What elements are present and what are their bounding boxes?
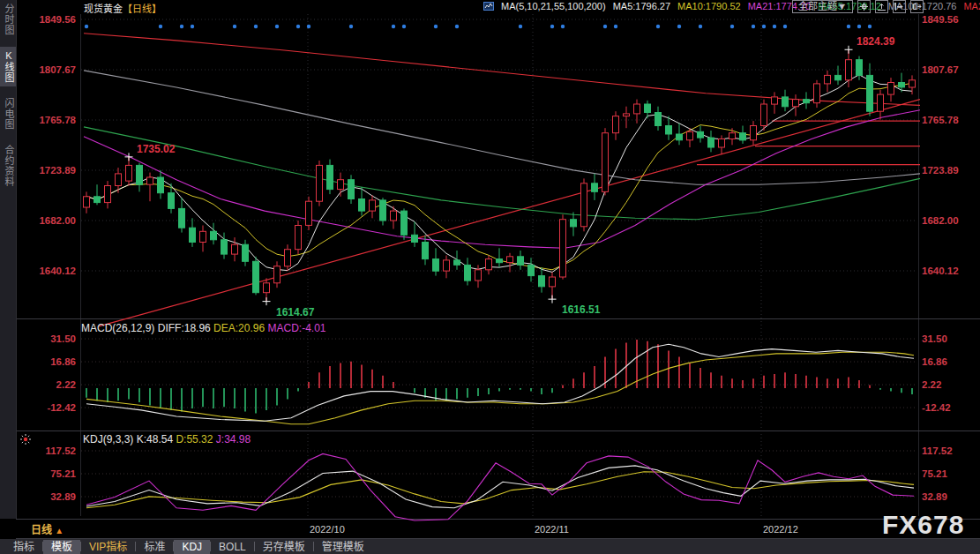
period-tag: 【日线】	[123, 4, 161, 14]
header-bar: 现货黄金【日线】 MA(5,10,21,55,100,200) MA5:1796…	[16, 0, 980, 14]
sidebar-item-chart-type[interactable]: 分时图	[0, 0, 16, 39]
axis-tick-label: 1723.89	[18, 165, 76, 176]
axis-tick-label: 1723.89	[922, 165, 980, 176]
kdj-d-value: D:55.32	[176, 433, 213, 445]
sidebar-item-chart-type[interactable]: 闪电图	[0, 94, 16, 133]
tab-模板[interactable]: 模板	[43, 540, 80, 554]
chart-type-sidebar: 分时图K线图闪电图合约资料	[0, 0, 17, 519]
axis-tick-label: 2.22	[922, 379, 980, 390]
ma-value-label: MA10:1790.52	[677, 1, 741, 11]
x-axis-label: 2022/11	[535, 524, 569, 535]
svg-text:1616.51: 1616.51	[562, 303, 601, 316]
instrument-title-group: 现货黄金【日线】	[84, 1, 161, 15]
page-title: 现货黄金	[84, 4, 123, 14]
trading-app-window: 1735.021824.391614.671616.51 分时图K线图闪电图合约…	[0, 0, 980, 554]
axis-tick-label: 1807.67	[922, 64, 980, 75]
panel-popout-icon[interactable]	[910, 0, 924, 13]
x-axis-label: 2022/12	[763, 524, 798, 535]
ma-value-label: MA200	[963, 1, 980, 11]
axis-tick-label: 1640.12	[18, 266, 76, 276]
axis-tick-label: 1807.67	[18, 64, 76, 75]
time-axis-bar: 日线 ▲	[0, 519, 980, 538]
kdj-legend: KDJ(9,3,3) K:48.54 D:55.32 J:34.98	[83, 433, 251, 445]
macd-dea-value: DEA:20.96	[213, 322, 265, 334]
axis-tick-label: 117.52	[18, 445, 76, 456]
axis-tick-label: 32.89	[922, 491, 980, 502]
kdj-j-value: J:34.98	[216, 433, 251, 445]
macd-value: MACD:-4.01	[267, 322, 325, 334]
svg-text:1824.39: 1824.39	[857, 35, 895, 48]
tab-另存模板[interactable]: 另存模板	[255, 540, 313, 554]
tab-指标[interactable]: 指标	[5, 540, 42, 554]
svg-text:1614.67: 1614.67	[276, 306, 315, 318]
svg-text:1735.02: 1735.02	[137, 143, 176, 155]
tab-BOLL[interactable]: BOLL	[211, 540, 254, 554]
period-arrow-icon: ▲	[55, 526, 64, 535]
period-selector[interactable]: 日线 ▲	[31, 521, 64, 536]
axis-tick-label: 1765.78	[18, 115, 76, 125]
axis-tick-label: 1682.00	[18, 215, 76, 226]
panel-expand-right-icon[interactable]	[893, 0, 906, 13]
axis-tick-label: 31.50	[922, 333, 980, 344]
kdj-label: KDJ(9,3,3)	[83, 433, 133, 445]
tab-管理模板[interactable]: 管理模板	[314, 540, 372, 554]
axis-tick-label: 1765.78	[922, 115, 980, 125]
macd-diff-value: DIFF:18.96	[158, 322, 211, 334]
theme-dropdown-button[interactable]: 全部主题▼	[792, 0, 853, 13]
axis-tick-label: 16.86	[18, 356, 76, 367]
axis-tick-label: 1682.00	[922, 215, 980, 226]
axis-tick-label: 16.86	[922, 356, 980, 367]
tab-KDJ[interactable]: KDJ	[174, 540, 210, 554]
axis-tick-label: 2.22	[18, 379, 76, 390]
axis-tick-label: -12.42	[922, 402, 980, 413]
indicator-tab-bar: 指标模板VIP指标标准KDJBOLL另存模板管理模板	[0, 539, 980, 554]
crosshair-icon[interactable]	[857, 0, 871, 13]
period-selector-label: 日线	[31, 524, 52, 536]
axis-tick-label: -12.42	[18, 402, 76, 413]
watermark: FX678	[882, 510, 964, 540]
axis-tick-label: 75.21	[922, 468, 980, 479]
header-toolbar: 全部主题▼	[792, 0, 924, 13]
kdj-k-value: K:48.54	[137, 433, 173, 445]
axis-tick-label: 1640.12	[922, 266, 980, 276]
tab-VIP指标[interactable]: VIP指标	[81, 540, 135, 554]
macd-legend: MACD(26,12,9) DIFF:18.96 DEA:20.96 MACD:…	[81, 322, 326, 334]
axis-tick-label: 31.50	[18, 333, 76, 344]
axis-tick-label: 117.52	[922, 445, 980, 456]
axis-tick-label: 1849.56	[18, 14, 76, 25]
axis-tick-label: 32.89	[18, 491, 76, 502]
main-chart-canvas[interactable]: 1735.021824.391614.671616.51	[0, 0, 980, 554]
axis-tick-label: 1849.56	[922, 14, 980, 25]
axis-tick-label: 75.21	[18, 468, 76, 479]
ma-value-label: MA5:1796.27	[613, 1, 670, 11]
tab-标准[interactable]: 标准	[136, 540, 173, 554]
sidebar-item-chart-type[interactable]: 合约资料	[0, 141, 16, 191]
sidebar-item-active[interactable]: K线图	[0, 47, 16, 86]
macd-label: MACD(26,12,9)	[81, 322, 154, 334]
mini-chart-icon	[483, 1, 494, 11]
x-axis-label: 2022/10	[310, 524, 345, 535]
panel-expand-up-icon[interactable]	[875, 0, 888, 13]
ma-group-label: MA(5,10,21,55,100,200)	[501, 1, 606, 11]
